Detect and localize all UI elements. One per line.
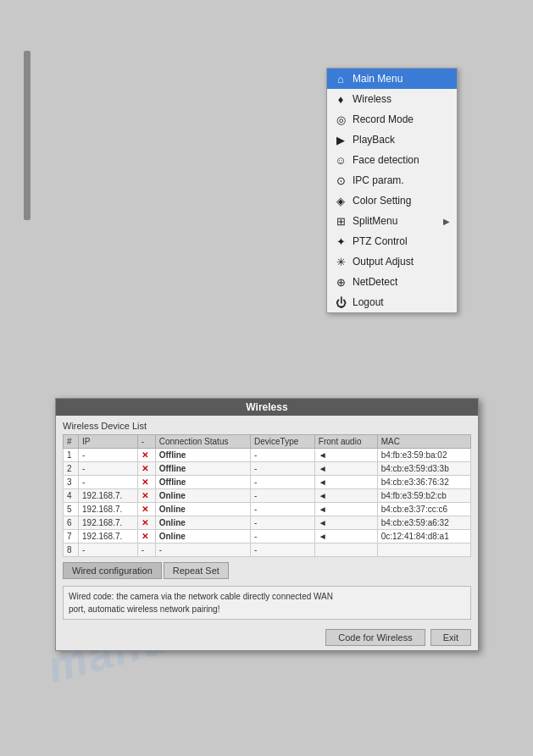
menu-label-color-setting: Color Setting [353,195,450,207]
menu-item-split-menu[interactable]: ⊞SplitMenu▶ [327,211,457,231]
table-row: 1-✕Offline-◄b4:fb:e3:59:ba:02 [64,449,471,462]
table-header-row: #IP-Connection StatusDeviceTypeFront aud… [64,435,471,449]
cell-status: Offline [155,449,250,462]
menu-item-ptz-control[interactable]: ✦PTZ Control [327,231,457,251]
cell-mac: b4:fb:e3:59:b2:cb [377,489,470,503]
menu-item-logout[interactable]: ⏻Logout [327,292,457,312]
cell-device-type: - [251,530,315,544]
col-header: IP [79,435,138,449]
menu-item-output-adjust[interactable]: ✳Output Adjust [327,251,457,272]
menu-item-color-setting[interactable]: ◈Color Setting [327,190,457,211]
main-menu-dropdown: ⌂Main Menu♦Wireless◎Record Mode▶PlayBack… [326,68,458,313]
main-menu-icon: ⌂ [334,72,347,86]
cell-cross: ✕ [137,530,155,544]
tab-wired-config[interactable]: Wired configuration [63,562,162,579]
cell-status: Online [155,503,250,516]
cell-cross: ✕ [137,489,155,503]
cell-cross: ✕ [137,462,155,476]
menu-label-net-detect: NetDetect [353,276,450,288]
cell-status: Online [155,489,250,503]
cell-ip: - [79,449,138,462]
cell-device-type: - [251,449,315,462]
cell-num: 1 [64,449,79,462]
output-adjust-icon: ✳ [334,255,347,268]
split-menu-icon: ⊞ [334,214,347,228]
wireless-dialog: Wireless Wireless Device List #IP-Connec… [55,398,479,651]
cell-mac [377,544,470,557]
color-setting-icon: ◈ [334,194,347,207]
cell-num: 6 [64,516,79,530]
code-for-wireless-button[interactable]: Code for Wireless [325,629,425,646]
menu-item-net-detect[interactable]: ⊕NetDetect [327,272,457,292]
menu-label-output-adjust: Output Adjust [353,256,450,268]
table-row: 4192.168.7.✕Online-◄b4:fb:e3:59:b2:cb [64,489,471,503]
cell-ip: 192.168.7. [79,503,138,516]
cross-icon: ✕ [142,464,148,473]
cell-status: Offline [155,462,250,476]
cell-audio: ◄ [314,462,377,476]
col-header: - [137,435,155,449]
cell-cross: - [137,544,155,557]
menu-label-wireless: Wireless [353,93,450,105]
cell-cross: ✕ [137,476,155,489]
table-row: 8---- [64,544,471,557]
cell-num: 8 [64,544,79,557]
cell-status: Offline [155,476,250,489]
cell-num: 2 [64,462,79,476]
menu-item-face-detection[interactable]: ☺Face detection [327,150,457,170]
cell-ip: 192.168.7. [79,530,138,544]
cell-mac: b4:cb:e3:37:cc:c6 [377,503,470,516]
col-header: Connection Status [155,435,250,449]
ipc-param-icon: ⊙ [334,174,347,187]
col-header: Front audio [314,435,377,449]
tab-repeat-set[interactable]: Repeat Set [164,562,229,579]
cell-num: 7 [64,530,79,544]
cell-status: Online [155,516,250,530]
menu-label-ipc-param: IPC param. [353,174,450,186]
cell-device-type: - [251,476,315,489]
cell-mac: b4:cb:e3:59:a6:32 [377,516,470,530]
cross-icon: ✕ [142,505,148,514]
cell-device-type: - [251,489,315,503]
cell-audio: ◄ [314,530,377,544]
menu-item-record-mode[interactable]: ◎Record Mode [327,109,457,130]
cell-mac: 0c:12:41:84:d8:a1 [377,530,470,544]
dialog-title: Wireless [56,399,478,416]
wireless-icon: ♦ [334,92,347,106]
table-header: #IP-Connection StatusDeviceTypeFront aud… [64,435,471,449]
cell-status: Online [155,530,250,544]
submenu-arrow-split-menu: ▶ [443,217,450,226]
menu-item-playback[interactable]: ▶PlayBack [327,130,457,150]
logout-icon: ⏻ [334,295,347,309]
menu-item-main-menu[interactable]: ⌂Main Menu [327,69,457,89]
cross-icon: ✕ [142,518,148,527]
ptz-control-icon: ✦ [334,235,347,248]
cell-mac: b4:cb:e3:36:76:32 [377,476,470,489]
table-row: 2-✕Offline-◄b4:cb:e3:59:d3:3b [64,462,471,476]
device-table: #IP-Connection StatusDeviceTypeFront aud… [63,434,471,557]
tab-bar: Wired configurationRepeat Set [63,562,471,579]
exit-button[interactable]: Exit [430,629,471,646]
cell-status: - [155,544,250,557]
cell-ip: 192.168.7. [79,489,138,503]
col-header: DeviceType [251,435,315,449]
cell-device-type: - [251,462,315,476]
menu-item-ipc-param[interactable]: ⊙IPC param. [327,170,457,190]
cell-ip: - [79,544,138,557]
playback-icon: ▶ [334,133,347,146]
table-body: 1-✕Offline-◄b4:fb:e3:59:ba:022-✕Offline-… [64,449,471,557]
cell-device-type: - [251,544,315,557]
menu-item-wireless[interactable]: ♦Wireless [327,89,457,109]
cell-audio: ◄ [314,449,377,462]
cell-audio: ◄ [314,489,377,503]
table-row: 3-✕Offline-◄b4:cb:e3:36:76:32 [64,476,471,489]
record-mode-icon: ◎ [334,113,347,126]
cell-num: 4 [64,489,79,503]
cross-icon: ✕ [142,450,148,460]
table-row: 5192.168.7.✕Online-◄b4:cb:e3:37:cc:c6 [64,503,471,516]
cell-cross: ✕ [137,503,155,516]
cell-cross: ✕ [137,516,155,530]
cross-icon: ✕ [142,491,148,500]
menu-label-record-mode: Record Mode [353,113,450,125]
section-title: Wireless Device List [63,421,471,431]
